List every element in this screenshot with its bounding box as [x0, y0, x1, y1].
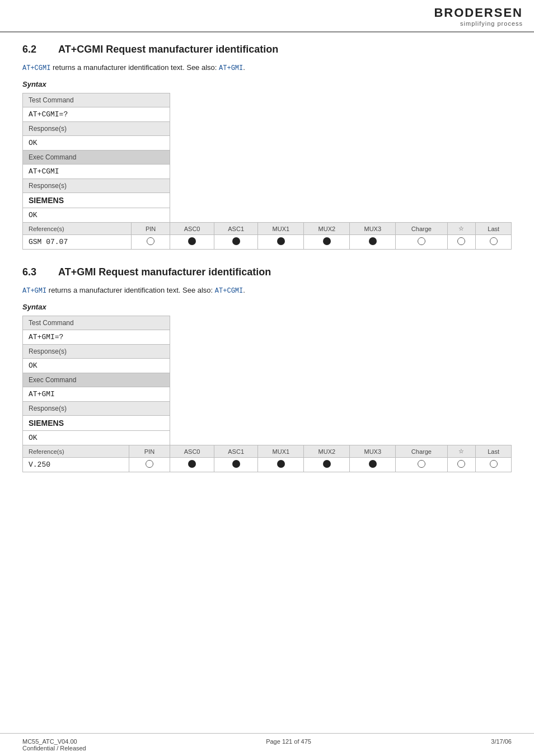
ref-header-row-63: Reference(s) PIN ASC0 ASC1 MUX1 MUX2 MUX…	[23, 445, 512, 458]
circle-empty-icon	[490, 237, 498, 245]
response1-value: OK	[23, 136, 170, 151]
ref-row-asc1	[214, 235, 258, 250]
ref-col-charge: Charge	[396, 223, 447, 235]
circle-filled-icon	[277, 460, 285, 468]
section-62-heading: 6.2 AT+CGMI Request manufacturer identif…	[22, 44, 512, 55]
ref-col-mux2-63: MUX2	[304, 445, 350, 458]
ref-row-pin	[131, 235, 170, 250]
ref-row-last-63	[476, 458, 512, 472]
section-63-heading: 6.3 AT+GMI Request manufacturer identifi…	[22, 266, 512, 278]
main-content: 6.2 AT+CGMI Request manufacturer identif…	[0, 32, 534, 500]
ref-row-mux2	[304, 235, 350, 250]
section-63-description: AT+GMI returns a manufacturer identifica…	[22, 286, 512, 295]
ref-col-charge-63: Charge	[396, 445, 447, 458]
section-62-number: 6.2	[22, 44, 45, 55]
section-63-link2[interactable]: AT+CGMI	[215, 287, 243, 295]
ref-row-asc1-63	[214, 458, 258, 472]
ref-row-mux1-63	[258, 458, 304, 472]
exec-command-label-row-63: Exec Command	[23, 373, 512, 387]
response1-value-row: OK	[23, 136, 512, 151]
circle-empty-icon	[146, 460, 153, 468]
footer-left: MC55_ATC_V04.00 Confidential / Released	[22, 738, 86, 752]
ref-row-asc0	[170, 235, 214, 250]
exec-command-label-63: Exec Command	[23, 373, 170, 387]
ref-row-star	[447, 235, 476, 250]
section-62-link2[interactable]: AT+GMI	[219, 64, 243, 72]
ref-row-mux2-63	[304, 458, 350, 472]
ref-data-row-62: GSM 07.07	[23, 235, 512, 250]
ref-row-star-63	[447, 458, 476, 472]
response1-value-63: OK	[23, 359, 170, 373]
page-header: BRODERSEN simplifying process	[0, 0, 534, 32]
response2-label: Response(s)	[23, 179, 170, 193]
section-62-syntax-label: Syntax	[22, 80, 512, 88]
section-62-description: AT+CGMI returns a manufacturer identific…	[22, 63, 512, 72]
section-62-link1[interactable]: AT+CGMI	[22, 64, 50, 72]
page-footer: MC55_ATC_V04.00 Confidential / Released …	[0, 733, 534, 756]
footer-date: 3/17/06	[491, 738, 512, 752]
response2-label-row: Response(s)	[23, 179, 512, 193]
section-63-link1[interactable]: AT+GMI	[22, 287, 46, 295]
circle-empty-icon	[418, 460, 425, 468]
circle-filled-icon	[232, 460, 240, 468]
circle-filled-icon	[188, 237, 196, 245]
logo-brand: BRODERSEN	[434, 6, 523, 20]
response1-label-63: Response(s)	[23, 345, 170, 359]
ref-row-asc0-63	[170, 458, 214, 472]
exec-command-label: Exec Command	[23, 151, 170, 165]
exec-command-value-row: AT+CGMI	[23, 165, 512, 179]
ref-header-row: Reference(s) PIN ASC0 ASC1 MUX1 MUX2 MUX…	[23, 223, 512, 235]
response2-label-63: Response(s)	[23, 402, 170, 416]
circle-filled-icon	[323, 237, 331, 245]
ref-col-mux1-63: MUX1	[258, 445, 304, 458]
ref-row-name: GSM 07.07	[23, 235, 132, 250]
section-62-syntax-table: Test Command AT+CGMI=? Response(s) OK Ex…	[22, 93, 512, 250]
test-command-value-row-63: AT+GMI=?	[23, 330, 512, 345]
ref-col-asc0-63: ASC0	[170, 445, 214, 458]
response2-value2: OK	[23, 208, 170, 223]
response1-label: Response(s)	[23, 122, 170, 136]
circle-filled-icon	[369, 460, 377, 468]
response1-label-row: Response(s)	[23, 122, 512, 136]
response2-label-row-63: Response(s)	[23, 402, 512, 416]
circle-empty-icon	[147, 237, 154, 245]
test-command-value: AT+CGMI=?	[23, 107, 170, 122]
footer-doc-id: MC55_ATC_V04.00	[22, 738, 86, 745]
circle-filled-icon	[369, 237, 377, 245]
ref-col-mux1: MUX1	[258, 223, 304, 235]
exec-command-label-row: Exec Command	[23, 151, 512, 165]
test-command-label-63: Test Command	[23, 316, 170, 330]
ref-col-asc0: ASC0	[170, 223, 214, 235]
response2-value2-63: OK	[23, 431, 170, 445]
test-command-label-row: Test Command	[23, 93, 512, 107]
response2-value-row1-63: SIEMENS	[23, 416, 512, 431]
ref-row-name-63: V.250	[23, 458, 129, 472]
circle-filled-icon	[232, 237, 240, 245]
ref-col-pin: PIN	[131, 223, 170, 235]
exec-command-value: AT+CGMI	[23, 165, 170, 179]
section-63-title: AT+GMI Request manufacturer identificati…	[58, 266, 271, 278]
ref-col-star-63: ☆	[447, 445, 476, 458]
ref-col-mux3: MUX3	[350, 223, 396, 235]
response1-label-row-63: Response(s)	[23, 345, 512, 359]
circle-filled-icon	[323, 460, 331, 468]
test-command-value-row: AT+CGMI=?	[23, 107, 512, 122]
section-63-syntax-label: Syntax	[22, 303, 512, 311]
ref-col-asc1: ASC1	[214, 223, 258, 235]
ref-col-mux3-63: MUX3	[350, 445, 396, 458]
ref-col-last-63: Last	[476, 445, 512, 458]
ref-row-pin-63	[129, 458, 170, 472]
response2-value-row2: OK	[23, 208, 512, 223]
ref-row-mux1	[258, 235, 304, 250]
test-command-label: Test Command	[23, 93, 170, 107]
footer-center: Page 121 of 475	[266, 738, 311, 752]
response1-value-row-63: OK	[23, 359, 512, 373]
circle-empty-icon	[490, 460, 498, 468]
response2-value-row1: SIEMENS	[23, 193, 512, 208]
ref-row-mux3	[350, 235, 396, 250]
ref-row-mux3-63	[350, 458, 396, 472]
section-62-title: AT+CGMI Request manufacturer identificat…	[58, 44, 278, 55]
response2-value1-63: SIEMENS	[23, 416, 170, 431]
section-63-number: 6.3	[22, 266, 45, 278]
ref-row-last	[476, 235, 512, 250]
